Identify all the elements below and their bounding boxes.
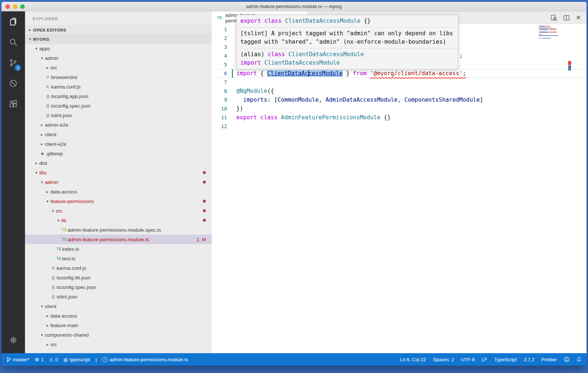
tree-item-client[interactable]: ▸client xyxy=(25,130,212,139)
status-spaces-2[interactable]: Spaces: 2 xyxy=(433,357,454,362)
tree-item-client[interactable]: ▾client xyxy=(25,301,212,311)
code-line-11[interactable]: 11export class AdminFeaturePermissionsMo… xyxy=(212,113,587,122)
source-control-activity-button[interactable]: 3 xyxy=(1,52,25,73)
chevron-down-icon[interactable]: ▾ xyxy=(33,46,39,51)
files-activity-button[interactable] xyxy=(1,11,25,32)
tree-item-data-access[interactable]: ▸data-access xyxy=(25,311,212,321)
tree-item-components-shared[interactable]: ▾components-shared xyxy=(25,330,212,340)
chevron-down-icon[interactable]: ▾ xyxy=(39,304,45,309)
code-area[interactable]: 1import { NgModule } from '@angular/core… xyxy=(212,24,587,353)
chevron-right-icon[interactable]: ▸ xyxy=(44,314,50,318)
code-line-10[interactable]: 10}) xyxy=(212,104,587,113)
tree-item-src[interactable]: ▸src xyxy=(25,63,212,72)
chevron-right-icon[interactable]: ▸ xyxy=(44,342,50,347)
status-warning[interactable]: ⚠0 xyxy=(49,357,58,362)
tree-item-dist[interactable]: ▸dist xyxy=(25,158,212,168)
tree-item-tslint-json[interactable]: {}tslint.json xyxy=(25,292,212,301)
ts-file-icon: TS xyxy=(55,257,62,261)
minimize-window-button[interactable] xyxy=(13,4,17,9)
code-line-8[interactable]: 8@NgModule({ xyxy=(212,87,587,95)
split-editor-icon[interactable] xyxy=(563,14,570,21)
tree-item-karma-conf-js[interactable]: Kkarma.conf.js xyxy=(25,263,212,273)
extensions-activity-button[interactable] xyxy=(1,94,25,114)
status-2-7-2[interactable]: 2.7.2 xyxy=(524,357,534,362)
chevron-right-icon[interactable]: ▸ xyxy=(44,323,50,328)
chevron-down-icon[interactable]: ▾ xyxy=(55,218,61,223)
tree-item-feature-permissions[interactable]: ▾feature-permissions xyxy=(25,196,212,206)
status-bell[interactable] xyxy=(577,357,581,362)
code-line-6[interactable]: 6import { ClientDataAccessModule } from … xyxy=(212,69,587,78)
activity-bar: 3 xyxy=(1,11,25,353)
status-utf-8[interactable]: UTF-8 xyxy=(461,357,475,362)
close-window-button[interactable] xyxy=(6,4,10,9)
tree-item-index-ts[interactable]: TSindex.ts xyxy=(25,244,212,254)
chevron-right-icon[interactable]: ▸ xyxy=(33,161,39,166)
tree-item-admin[interactable]: ▾admin xyxy=(25,53,212,63)
status-bar: master*⊗1⚠0▤typescript|!admin-feature-pe… xyxy=(1,353,587,366)
chevron-down-icon[interactable]: ▾ xyxy=(44,199,50,204)
tree-item-test-ts[interactable]: TStest.ts xyxy=(25,254,212,263)
tree-item-karma-conf-js[interactable]: Kkarma.conf.js xyxy=(25,82,212,91)
tree-item-src[interactable]: ▾src xyxy=(25,206,212,216)
code-line-7[interactable]: 7 xyxy=(212,78,587,87)
scm-pending-badge: 3 xyxy=(15,65,21,71)
line-number: 2 xyxy=(212,34,227,43)
tree-item-tsconfig-spec-json[interactable]: {}tsconfig.spec.json xyxy=(25,282,212,292)
tree-item-tsconfig-app-json[interactable]: {}tsconfig.app.json xyxy=(25,91,212,101)
chevron-right-icon[interactable]: ▸ xyxy=(39,142,45,146)
tree-item-libs[interactable]: ▾libs xyxy=(25,168,212,177)
chevron-down-icon[interactable]: ▾ xyxy=(39,333,45,337)
chevron-right-icon[interactable]: ▸ xyxy=(39,132,45,137)
line-number: 1 xyxy=(212,25,227,34)
status-error[interactable]: ⊗1 xyxy=(35,356,44,362)
minimap[interactable] xyxy=(539,26,563,40)
tree-item-admin-feature-permissions-module-spec-ts[interactable]: TSadmin-feature-permissions.module.spec.… xyxy=(25,225,212,235)
sidebar-title: EXPLORER xyxy=(25,11,212,25)
status-lf[interactable]: LF xyxy=(482,357,487,362)
zoom-window-button[interactable] xyxy=(20,4,25,9)
chevron-right-icon[interactable]: ▸ xyxy=(39,123,45,127)
status-feedback[interactable] xyxy=(564,356,570,362)
settings-button[interactable] xyxy=(1,330,25,350)
debug-activity-button[interactable] xyxy=(1,73,25,94)
tree-item-browserslist[interactable]: ≡browserslist xyxy=(25,72,212,82)
open-editors-header[interactable]: ▸ OPEN EDITORS xyxy=(25,25,212,34)
tree-item-client-e2e[interactable]: ▸client-e2e xyxy=(25,139,212,149)
tree-item-admin-feature-permissions-module-ts[interactable]: TSadmin-feature-permissions.module.ts1, … xyxy=(25,235,212,244)
search-activity-button[interactable] xyxy=(1,32,25,52)
tree-item-admin-e2e[interactable]: ▸admin-e2e xyxy=(25,120,212,130)
root-folder-header[interactable]: ▾ MYORG xyxy=(25,34,212,44)
tree-item-tsconfig-spec-json[interactable]: {}tsconfig.spec.json xyxy=(25,101,212,111)
tree-item-tslint-json[interactable]: {}tslint.json xyxy=(25,111,212,120)
status-problems[interactable]: !admin-feature-permissions.module.ts xyxy=(102,356,188,362)
status-git-branch[interactable]: master* xyxy=(7,357,29,362)
traffic-lights xyxy=(6,2,25,11)
hover-tslint-message: [tslint] A project tagged with "admin" c… xyxy=(237,27,458,48)
status-tslint[interactable]: ▤typescript xyxy=(64,357,90,362)
open-preview-icon[interactable] xyxy=(550,14,557,21)
chevron-down-icon[interactable]: ▾ xyxy=(50,209,56,213)
tree-item-data-access[interactable]: ▸data-access xyxy=(25,187,212,196)
code-line-9[interactable]: 9 imports: [CommonModule, AdminDataAcces… xyxy=(212,95,587,104)
error-dot-badge xyxy=(203,171,206,174)
vscode-window: admin-feature-permissions.module.ts — my… xyxy=(1,2,587,366)
code-line-12[interactable]: 12 xyxy=(212,122,587,131)
tree-item-lib[interactable]: ▾lib xyxy=(25,216,212,225)
tree-item-apps[interactable]: ▾apps xyxy=(25,44,212,53)
status-ln-6-col-22[interactable]: Ln 6, Col 22 xyxy=(400,357,426,362)
tree-item-tsconfig-lib-json[interactable]: {}tsconfig.lib.json xyxy=(25,273,212,282)
feedback-icon xyxy=(564,356,570,362)
chevron-right-icon[interactable]: ▸ xyxy=(44,65,50,70)
chevron-down-icon[interactable]: ▾ xyxy=(33,170,39,175)
close-editor-icon[interactable]: ✕ xyxy=(576,15,581,21)
chevron-right-icon[interactable]: ▸ xyxy=(44,189,50,194)
chevron-down-icon[interactable]: ▾ xyxy=(39,180,45,185)
status-[interactable]: | xyxy=(96,357,97,362)
tree-item-feature-main[interactable]: ▸feature-main xyxy=(25,321,212,330)
chevron-down-icon[interactable]: ▾ xyxy=(39,56,45,61)
tree-item-admin[interactable]: ▾admin xyxy=(25,177,212,187)
status-typescript[interactable]: TypeScript xyxy=(494,357,517,362)
tree-item-src[interactable]: ▸src xyxy=(25,340,212,349)
tree-item-gitkeep[interactable]: ◈.gitkeep xyxy=(25,149,212,158)
status-prettier[interactable]: Prettier xyxy=(541,357,557,362)
